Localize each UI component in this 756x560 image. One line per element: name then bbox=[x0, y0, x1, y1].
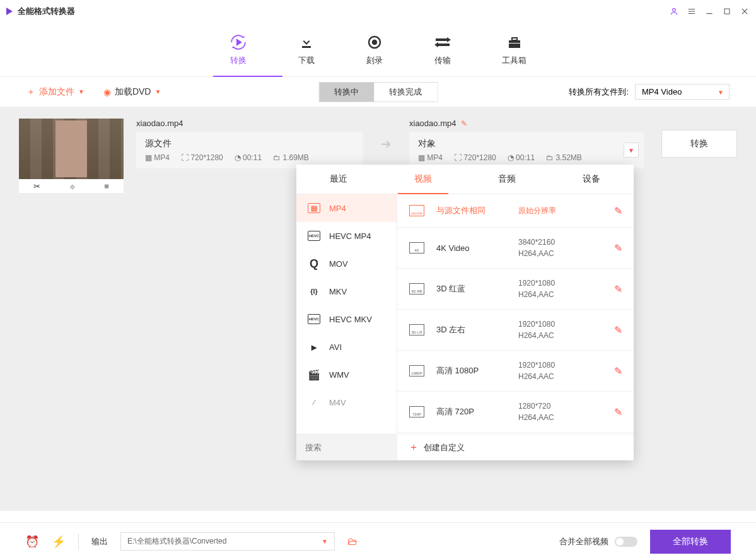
svg-point-0 bbox=[673, 8, 676, 11]
crop-icon[interactable]: ⟐ bbox=[70, 182, 75, 191]
output-label: 输出 bbox=[91, 536, 108, 547]
merge-label: 合并全部视频 bbox=[559, 536, 608, 547]
lightning-icon[interactable]: ⚡ bbox=[52, 535, 66, 549]
format-hevc-mp4[interactable]: HEVCHEVC MP4 bbox=[296, 222, 397, 250]
3d-rb-icon: 3D RB bbox=[409, 281, 425, 296]
format-select[interactable]: MP4 Video ▼ bbox=[635, 84, 730, 100]
convert-icon bbox=[230, 33, 247, 51]
quicktime-icon: Q bbox=[308, 259, 320, 269]
target-filename: xiaodao.mp4 bbox=[409, 119, 456, 128]
convert-button[interactable]: 转换 bbox=[661, 130, 737, 158]
chevron-down-icon: ▼ bbox=[718, 88, 724, 95]
nav-convert[interactable]: 转换 bbox=[230, 33, 247, 66]
arrow-right-icon: ➔ bbox=[381, 136, 392, 151]
transfer-icon bbox=[434, 33, 451, 51]
edit-preset-icon[interactable]: ✎ bbox=[614, 365, 622, 377]
plus-icon: ＋ bbox=[26, 86, 35, 98]
titlebar: 全能格式转换器 bbox=[0, 0, 756, 23]
dd-tab-recent[interactable]: 最近 bbox=[296, 165, 381, 194]
720p-icon: 720P bbox=[409, 404, 425, 419]
load-dvd-button[interactable]: ◉ 加载DVD ▼ bbox=[103, 86, 161, 98]
preset-720p[interactable]: 720P 高清 720P1280*720 H264,AAC ✎ bbox=[397, 392, 634, 433]
format-hevc-mkv[interactable]: HEVCHEVC MKV bbox=[296, 305, 397, 333]
footer: ⏰ ⚡ 输出 E:\全能格式转换器\Converted ▼ 🗁 合并全部视频 全… bbox=[0, 522, 756, 560]
preset-1080p[interactable]: 1080P 高清 1080P1920*1080 H264,AAC ✎ bbox=[397, 351, 634, 392]
dd-tab-audio[interactable]: 音频 bbox=[465, 165, 550, 194]
preset-3d-lr[interactable]: 3D LR 3D 左右1920*1080 H264,AAC ✎ bbox=[397, 310, 634, 351]
svg-rect-10 bbox=[509, 40, 520, 48]
user-icon[interactable] bbox=[669, 6, 679, 16]
video-thumbnail[interactable] bbox=[19, 119, 124, 179]
edit-preset-icon[interactable]: ✎ bbox=[614, 283, 622, 295]
dd-tab-device[interactable]: 设备 bbox=[549, 165, 634, 194]
divider bbox=[78, 534, 79, 550]
alarm-icon[interactable]: ⏰ bbox=[25, 535, 39, 549]
m4v-icon: ⁄ bbox=[308, 397, 320, 407]
create-custom-button[interactable]: ＋ 创建自定义 bbox=[397, 435, 634, 460]
svg-rect-1 bbox=[724, 9, 730, 14]
toolbox-icon bbox=[506, 33, 523, 51]
source-filename: xiaodao.mp4 bbox=[136, 119, 363, 128]
plus-icon: ＋ bbox=[409, 441, 419, 454]
format-search-input[interactable] bbox=[296, 435, 397, 460]
edit-preset-icon[interactable]: ✎ bbox=[614, 242, 622, 254]
mkv-icon: {I} bbox=[308, 286, 320, 296]
format-dropdown: 最近 视频 音频 设备 ▤MP4 HEVCHEVC MP4 QMOV {I}MK… bbox=[296, 165, 634, 460]
edit-preset-icon[interactable]: ✎ bbox=[614, 324, 622, 336]
browse-folder-icon[interactable]: 🗁 bbox=[347, 536, 358, 547]
svg-rect-11 bbox=[512, 38, 517, 40]
preset-3d-rb[interactable]: 3D RB 3D 红蓝1920*1080 H264,AAC ✎ bbox=[397, 269, 634, 310]
format-list[interactable]: ▤MP4 HEVCHEVC MP4 QMOV {I}MKV HEVCHEVC M… bbox=[296, 194, 397, 434]
burn-icon bbox=[366, 33, 383, 51]
nav-burn[interactable]: 刻录 bbox=[366, 33, 383, 66]
maximize-button[interactable] bbox=[722, 6, 732, 16]
add-file-button[interactable]: ＋ 添加文件 ▼ bbox=[26, 86, 84, 98]
content-area: ✂ ⟐ ≡ xiaodao.mp4 源文件 ▦ MP4 ⛶ 720*1280 ◔… bbox=[0, 107, 756, 511]
format-mkv[interactable]: {I}MKV bbox=[296, 277, 397, 305]
dd-tab-video[interactable]: 视频 bbox=[381, 165, 465, 194]
download-icon bbox=[298, 33, 315, 51]
edit-preset-icon[interactable]: ✎ bbox=[614, 205, 622, 217]
convert-all-button[interactable]: 全部转换 bbox=[650, 530, 731, 554]
format-mov[interactable]: QMOV bbox=[296, 250, 397, 277]
adjust-icon[interactable]: ≡ bbox=[104, 182, 109, 191]
svg-marker-2 bbox=[237, 39, 241, 45]
edit-name-icon[interactable]: ✎ bbox=[461, 119, 467, 128]
clapper-icon: 🎬 bbox=[308, 370, 320, 380]
disc-icon: ◉ bbox=[103, 87, 111, 97]
output-path-field[interactable]: E:\全能格式转换器\Converted ▼ bbox=[120, 532, 335, 551]
format-mp4[interactable]: ▤MP4 bbox=[296, 194, 397, 222]
cut-icon[interactable]: ✂ bbox=[33, 182, 40, 191]
nav-toolbox[interactable]: 工具箱 bbox=[502, 33, 526, 66]
merge-toggle[interactable] bbox=[615, 537, 637, 547]
app-title: 全能格式转换器 bbox=[18, 6, 75, 17]
preset-list[interactable]: source 与源文件相同原始分辨率 ✎ 4K 4K Video3840*216… bbox=[397, 194, 634, 434]
chevron-down-icon: ▼ bbox=[322, 538, 328, 545]
svg-rect-3 bbox=[302, 46, 311, 48]
format-avi[interactable]: ▸AVI bbox=[296, 333, 397, 361]
source-icon: source bbox=[409, 203, 425, 218]
close-button[interactable] bbox=[740, 6, 750, 16]
svg-point-5 bbox=[373, 40, 376, 44]
format-m4v[interactable]: ⁄M4V bbox=[296, 388, 397, 416]
3d-lr-icon: 3D LR bbox=[409, 322, 425, 337]
convert-all-to-label: 转换所有文件到: bbox=[569, 86, 629, 98]
film-icon: ▤ bbox=[308, 203, 320, 213]
main-nav: 转换 下载 刻录 传输 工具箱 bbox=[0, 23, 756, 77]
source-label: 源文件 bbox=[145, 138, 354, 149]
svg-rect-6 bbox=[436, 38, 447, 41]
svg-rect-8 bbox=[438, 44, 450, 46]
tab-done[interactable]: 转换完成 bbox=[374, 83, 437, 102]
nav-transfer[interactable]: 传输 bbox=[434, 33, 451, 66]
minimize-button[interactable] bbox=[704, 6, 714, 16]
tab-converting[interactable]: 转换中 bbox=[319, 83, 374, 102]
edit-preset-icon[interactable]: ✎ bbox=[614, 406, 622, 418]
4k-icon: 4K bbox=[409, 240, 425, 255]
target-format-dropdown-button[interactable]: ▼ bbox=[624, 143, 639, 158]
format-wmv[interactable]: 🎬WMV bbox=[296, 361, 397, 388]
nav-download[interactable]: 下载 bbox=[298, 33, 315, 66]
preset-same-as-source[interactable]: source 与源文件相同原始分辨率 ✎ bbox=[397, 194, 634, 228]
menu-icon[interactable] bbox=[687, 6, 697, 16]
svg-marker-9 bbox=[434, 42, 438, 47]
preset-4k[interactable]: 4K 4K Video3840*2160 H264,AAC ✎ bbox=[397, 228, 634, 269]
